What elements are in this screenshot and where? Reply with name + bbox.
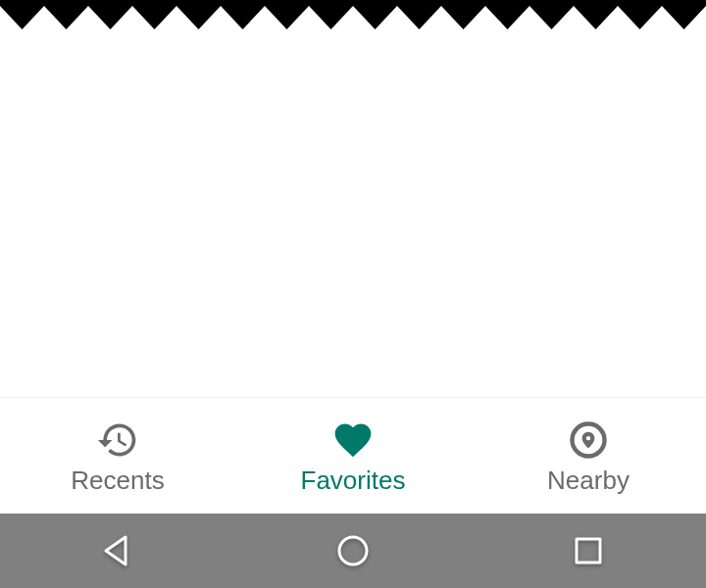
nav-item-nearby[interactable]: Nearby	[490, 418, 686, 493]
svg-point-0	[573, 424, 605, 457]
nav-label-nearby: Nearby	[547, 467, 630, 493]
heart-icon	[331, 418, 375, 462]
back-button[interactable]	[94, 527, 141, 574]
svg-point-1	[339, 537, 367, 564]
triangle-back-icon	[100, 533, 135, 568]
overview-button[interactable]	[565, 527, 612, 574]
svg-rect-2	[577, 539, 600, 563]
system-navigation-bar	[0, 514, 706, 588]
place-icon	[567, 418, 610, 462]
nav-item-recents[interactable]: Recents	[20, 418, 216, 493]
bottom-nav: Recents Favorites Nearby	[0, 397, 706, 514]
square-overview-icon	[571, 533, 606, 568]
nav-label-favorites: Favorites	[301, 467, 406, 493]
nav-label-recents: Recents	[71, 467, 164, 493]
circle-home-icon	[335, 533, 371, 568]
home-button[interactable]	[329, 527, 377, 574]
nav-item-favorites[interactable]: Favorites	[255, 418, 451, 493]
history-icon	[96, 418, 139, 462]
content-area	[0, 0, 706, 397]
